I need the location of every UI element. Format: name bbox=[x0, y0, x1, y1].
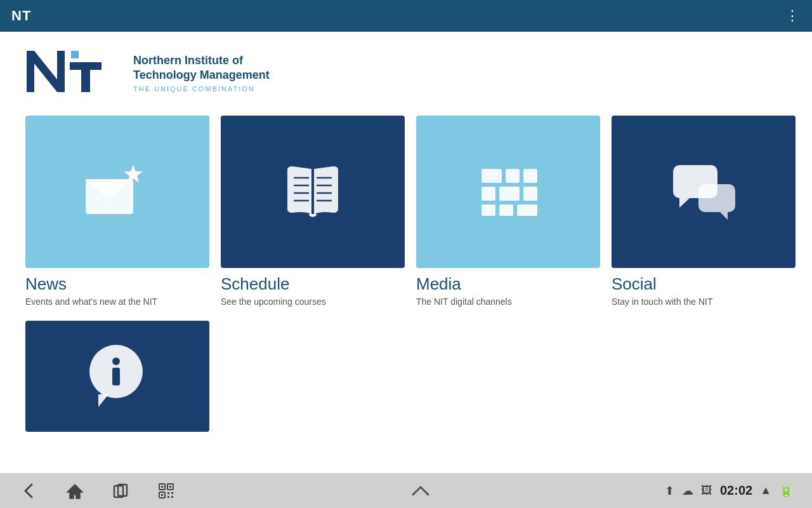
info-tile[interactable] bbox=[25, 321, 209, 432]
chat-icon bbox=[665, 154, 742, 230]
svg-rect-17 bbox=[506, 169, 520, 183]
svg-rect-24 bbox=[517, 204, 537, 216]
recents-button[interactable] bbox=[110, 481, 131, 501]
app-bar-title: NT bbox=[11, 8, 31, 24]
logo-text-block: Northern Institute of Technology Managem… bbox=[133, 53, 270, 93]
qr-icon bbox=[157, 482, 175, 500]
svg-rect-22 bbox=[481, 204, 495, 216]
schedule-tile-desc: See the upcoming courses bbox=[221, 297, 405, 307]
home-icon bbox=[66, 482, 84, 500]
media-tile-desc: The NIT digital channels bbox=[416, 297, 600, 307]
svg-rect-41 bbox=[161, 494, 163, 496]
schedule-tile-wrapper: Schedule See the upcoming courses bbox=[221, 116, 405, 307]
svg-rect-40 bbox=[169, 486, 171, 488]
photo-icon: 🖼 bbox=[701, 484, 712, 497]
media-tile-label: Media bbox=[416, 274, 600, 294]
svg-marker-28 bbox=[720, 212, 728, 220]
social-tile-wrapper: Social Stay in touch with the NIT bbox=[612, 116, 796, 307]
svg-marker-33 bbox=[67, 485, 82, 498]
battery-icon: 🔋 bbox=[779, 484, 793, 498]
svg-rect-42 bbox=[167, 492, 169, 494]
svg-rect-44 bbox=[167, 496, 169, 498]
bottom-bar: ⬆ ☁ 🖼 02:02 ▲ 🔋 bbox=[0, 473, 812, 508]
svg-rect-23 bbox=[499, 204, 513, 216]
svg-point-31 bbox=[112, 358, 120, 365]
tiles-row1: News Events and what's new at the NIT bbox=[25, 116, 787, 307]
recents-icon bbox=[112, 482, 129, 500]
book-icon bbox=[275, 154, 351, 230]
home-button[interactable] bbox=[65, 481, 85, 501]
svg-rect-21 bbox=[523, 187, 537, 201]
social-tile-label: Social bbox=[612, 274, 796, 294]
main-content: Northern Institute of Technology Managem… bbox=[0, 32, 812, 438]
svg-rect-45 bbox=[171, 496, 173, 498]
back-icon bbox=[20, 482, 38, 500]
clock: 02:02 bbox=[720, 483, 752, 498]
back-button[interactable] bbox=[19, 481, 39, 501]
grid-icon bbox=[470, 154, 546, 230]
social-tile-desc: Stay in touch with the NIT bbox=[612, 297, 796, 307]
more-options-button[interactable]: ⋮ bbox=[785, 8, 801, 24]
svg-rect-43 bbox=[171, 492, 173, 494]
logo-svg bbox=[25, 44, 127, 102]
svg-rect-16 bbox=[481, 169, 502, 183]
wifi-icon: ▲ bbox=[760, 484, 771, 497]
tiles-row2 bbox=[25, 321, 787, 432]
bottom-center bbox=[410, 483, 431, 498]
bottom-right: ⬆ ☁ 🖼 02:02 ▲ 🔋 bbox=[665, 483, 793, 498]
news-tile[interactable] bbox=[25, 116, 209, 268]
bottom-nav-left bbox=[19, 481, 176, 501]
usb-icon: ⬆ bbox=[665, 484, 674, 498]
logo-area: Northern Institute of Technology Managem… bbox=[25, 44, 787, 102]
svg-rect-2 bbox=[71, 51, 79, 58]
news-tile-desc: Events and what's new at the NIT bbox=[25, 297, 209, 307]
mail-icon bbox=[79, 154, 155, 230]
svg-rect-20 bbox=[499, 187, 520, 201]
media-tile-wrapper: Media The NIT digital channels bbox=[416, 116, 600, 307]
media-tile[interactable] bbox=[416, 116, 600, 268]
svg-marker-26 bbox=[679, 198, 690, 208]
svg-rect-32 bbox=[112, 368, 120, 385]
svg-rect-27 bbox=[698, 184, 735, 212]
cloud-icon: ☁ bbox=[682, 484, 693, 498]
svg-rect-4 bbox=[81, 62, 90, 92]
schedule-tile-label: Schedule bbox=[221, 274, 405, 294]
news-tile-label: News bbox=[25, 274, 209, 294]
info-icon bbox=[79, 338, 155, 415]
svg-rect-18 bbox=[523, 169, 537, 183]
schedule-tile[interactable] bbox=[221, 116, 405, 268]
qr-button[interactable] bbox=[156, 481, 176, 501]
app-bar: NT ⋮ bbox=[0, 0, 812, 32]
news-tile-wrapper: News Events and what's new at the NIT bbox=[25, 116, 209, 307]
svg-marker-1 bbox=[27, 51, 65, 92]
social-tile[interactable] bbox=[612, 116, 796, 268]
chevron-up-icon[interactable] bbox=[410, 483, 431, 498]
logo-name: Northern Institute of Technology Managem… bbox=[133, 53, 270, 83]
info-tile-wrapper bbox=[25, 321, 209, 432]
svg-rect-19 bbox=[481, 187, 495, 201]
svg-rect-39 bbox=[161, 486, 163, 488]
logo-tagline: THE UNIQUE COMBINATION bbox=[133, 85, 270, 93]
